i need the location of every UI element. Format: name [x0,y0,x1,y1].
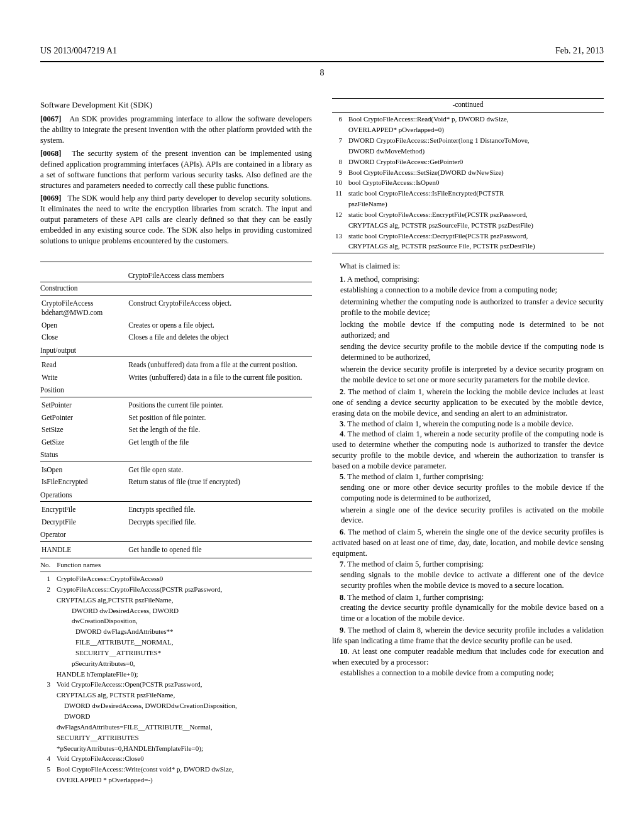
table-row: OVERLAPPED* pOverlapped=0) [332,124,604,135]
table-row: CRYPTALGS alg, PCTSTR pszFileName, [40,690,312,700]
table-row: IsOpenGet file open state. [42,465,311,476]
sdk-heading: Software Development Kit (SDK) [40,99,312,111]
claim: 7. The method of claim 5, further compri… [332,559,604,570]
table-row: SECURITY__ATTRIBUTES* [40,648,312,658]
table-row: OpenCreates or opens a file object. [42,320,311,331]
table-row: 10bool CryptoFileAccess::IsOpen0 [332,177,604,188]
construction-subhead: Construction [40,284,312,294]
io-subhead: Input/output [40,346,312,356]
table-row: WriteWrites (unbuffered) data in a file … [42,372,311,384]
table-row: 3Void CryptoFileAccess::Open(PCSTR pszPa… [40,679,312,690]
table-row: DecryptFileDecrypts specified file. [42,517,311,528]
table-row: SetPointerPositions the current file poi… [42,400,311,411]
table-row: CRYPTALGS alg, PCTSTR pszSourceFile, PCT… [332,220,604,231]
table-row: HANDLEGet handle to opened file [42,545,311,556]
table-row: CryptoFileAccess bdehart@MWD.comConstruc… [42,298,311,319]
table-row: 2CryptoFileAccess::CryptoFileAccess(PCST… [40,584,312,595]
fn-list-right: 6Bool CryptoFileAccess::Read(Void* p, DW… [332,114,604,252]
claim: 8. The method of claim 1, further compri… [332,592,604,603]
table-row: FILE__ATTRIBUTE__NORMAL, [40,637,312,648]
fn-list-left: 1CryptoFileAccess::CryptoFileAccess02Cry… [40,573,312,785]
claim-step: establishing a connection to a mobile de… [332,285,604,296]
claim: 4. The method of claim 1, wherein a node… [332,429,604,472]
members-construction: CryptoFileAccess bdehart@MWD.comConstruc… [40,297,312,345]
left-column: Software Development Kit (SDK) [0067] An… [40,97,312,785]
table-row: 9Bool CryptoFileAccess::SetSize(DWORD dw… [332,167,604,178]
table-row: GetPointerSet position of file pointer. [42,412,311,424]
table-row: CloseCloses a file and deletes the objec… [42,332,311,343]
claim-step: sending one or more other device securit… [332,482,604,504]
para-69: [0069] The SDK would help any third part… [40,193,312,246]
claim: 5. The method of claim 1, further compri… [332,472,604,482]
claim-step: establishes a connection to a mobile dev… [332,668,604,678]
status-subhead: Status [40,450,312,460]
para-67: [0067] An SDK provides programming inter… [40,114,312,146]
patent-page: US 2013/0047219 A1 Feb. 21, 2013 8 Softw… [0,0,644,830]
page-header: US 2013/0047219 A1 Feb. 21, 2013 [40,45,604,57]
publication-date: Feb. 21, 2013 [555,45,604,57]
claim-step: locking the mobile device if the computi… [332,319,604,341]
claims-intro: What is claimed is: [332,261,604,272]
table-row: 5Bool CryptoFileAccess::Write(const void… [40,764,312,775]
table-row: 6Bool CryptoFileAccess::Read(Void* p, DW… [332,114,604,124]
claim-step: wherein a single one of the device secur… [332,505,604,526]
table-row: 1CryptoFileAccess::CryptoFileAccess0 [40,573,312,584]
table-row: ReadReads (unbuffered) data from a file … [42,360,311,371]
table-row: CRYPTALGS alg,PCTSTR pszFileName, [40,595,312,606]
claim: 10. At least one computer readable mediu… [332,646,604,668]
table-row: EncryptFileEncrypts specified file. [42,504,311,516]
table-row: 13static bool CryptoFileAccess::DecryptF… [332,231,604,241]
table-row: 12static bool CryptoFileAccess::EncryptF… [332,209,604,220]
table-row: DWORD dwDesiredAccess, DWORDdwCreationDi… [40,700,312,711]
members-io: ReadReads (unbuffered) data from a file … [40,358,312,384]
table-row: DWORD dwFlagsAndAttributes** [40,626,312,637]
claims-block: 1. A method, comprising:establishing a c… [332,274,604,678]
table-row: HANDLE hTemplateFile+0); [40,669,312,680]
table-row: DWORD dwDesiredAccess, DWORD [40,606,312,616]
table-row: pszFileName) [332,199,604,209]
table-row: pSecurityAttributes=0, [40,658,312,669]
members-operations: EncryptFileEncrypts specified file.Decry… [40,503,312,529]
claim-step: sending signals to the mobile device to … [332,570,604,591]
table-row: OVERLAPPED * pOverlapped=-) [40,775,312,785]
two-column-layout: Software Development Kit (SDK) [0067] An… [40,97,604,785]
para-tag: [0068] [40,149,61,158]
members-operator: HANDLEGet handle to opened file [40,543,312,557]
claim: 6. The method of claim 5, wherein the si… [332,527,604,559]
table-row: DWORD [40,711,312,722]
claim: 2. The method of claim 1, wherein the lo… [332,387,604,419]
claim: 3. The method of claim 1, wherein the co… [332,419,604,429]
members-position: SetPointerPositions the current file poi… [40,399,312,449]
table-row: 4Void CryptoFileAccess::Close0 [40,753,312,764]
members-title: CryptoFileAccess class members [40,271,312,281]
table-row: dwFlagsAndAttributes=FILE__ATTRIBUTE__No… [40,722,312,733]
claim-step: determining whether the computing node i… [332,297,604,318]
table-row: *pSecurityAttributes=0,HANDLEhTemplateFi… [40,743,312,754]
table-row: SECURITY__ATTRIBUTES [40,733,312,743]
table-row: DWORD dwMoveMethod) [332,146,604,157]
continued-label: -continued [332,100,604,110]
claim-step: creating the device security profile dyn… [332,602,604,624]
table-row: CRYPTALGS alg, PCTSTR pszSource File, PC… [332,241,604,252]
table-row: IsFileEncryptedReturn status of file (tr… [42,477,311,488]
table-row: 8DWORD CryptoFileAccess::GetPointer0 [332,157,604,167]
table-row: GetSizeGet length of the file [42,437,311,448]
position-subhead: Position [40,385,312,396]
para-tag: [0069] [40,194,61,202]
right-column: -continued 6Bool CryptoFileAccess::Read(… [332,97,604,785]
operations-subhead: Operations [40,490,312,501]
para-68: [0068] The security system of the presen… [40,148,312,191]
claim-step: wherein the device security profile is i… [332,364,604,385]
table-row: SetSizeSet the length of the file. [42,424,311,436]
claim: 9. The method of claim 8, wherein the de… [332,625,604,646]
page-number: 8 [40,67,604,79]
claim-step: sending the device security profile to t… [332,341,604,363]
operator-subhead: Operator [40,530,312,540]
publication-number: US 2013/0047219 A1 [40,45,117,57]
members-status: IsOpenGet file open state.IsFileEncrypte… [40,463,312,489]
para-tag: [0067] [40,114,61,123]
table-row: dwCreationDisposition, [40,616,312,626]
table-row: 7DWORD CryptoFileAccess::SetPointer(long… [332,135,604,146]
table-row: 11static bool CryptoFileAccess::IsFileEn… [332,188,604,199]
claim: 1. A method, comprising: [332,274,604,285]
